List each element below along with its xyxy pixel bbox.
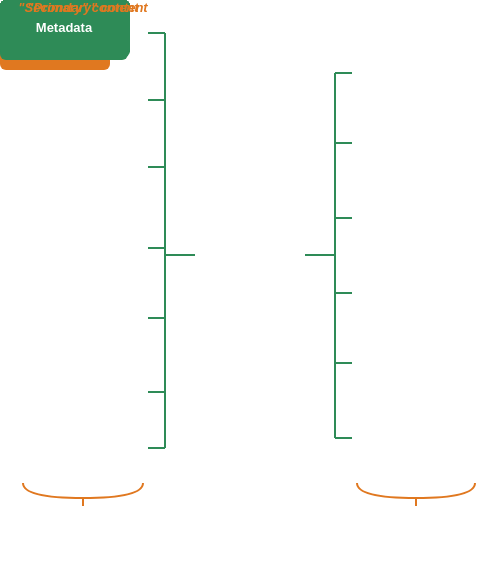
right-brace-svg xyxy=(352,478,480,508)
secondary-content-label: "Secondary" content xyxy=(0,0,166,15)
left-brace-svg xyxy=(18,478,148,508)
diagram: Worksheets Printersettings Drawings Char… xyxy=(0,0,500,563)
